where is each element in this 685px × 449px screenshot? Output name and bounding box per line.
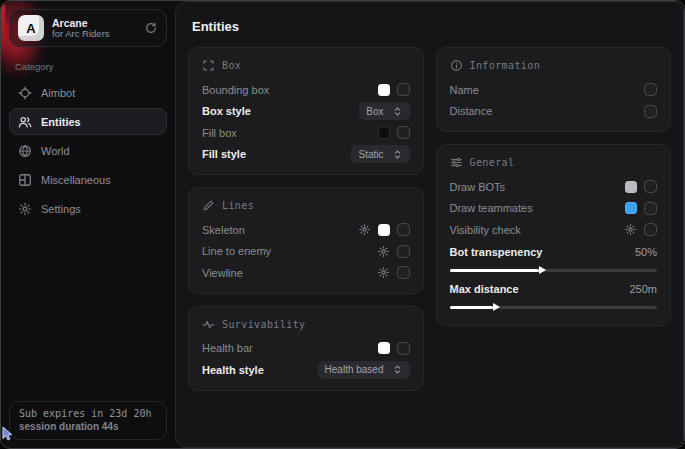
skeleton-color-swatch[interactable] [378, 224, 390, 236]
draw-teammates-color-swatch[interactable] [625, 202, 637, 214]
max-distance-label: Max distance [450, 283, 519, 295]
card-columns: BoxBounding boxBox styleBoxFill boxFill … [188, 47, 671, 391]
sliders-icon [450, 156, 463, 169]
health-bar-color-swatch[interactable] [378, 342, 390, 354]
sidebar: A Arcane for Arc Riders Category AimbotE… [1, 1, 175, 448]
distance-label: Distance [450, 105, 493, 117]
fill-box-color-swatch[interactable] [378, 127, 390, 139]
information-card: InformationNameDistance [436, 47, 672, 132]
card-title: Box [222, 60, 241, 71]
sidebar-nav: AimbotEntitiesWorldMiscellaneousSettings [9, 79, 167, 222]
draw-teammates-checkbox[interactable] [644, 202, 657, 215]
skeleton-label: Skeleton [202, 224, 245, 236]
box-style-label: Box style [202, 105, 251, 117]
max-distance-slider[interactable] [450, 306, 658, 309]
column-1: BoxBounding boxBox styleBoxFill boxFill … [188, 47, 424, 391]
unfold-icon [392, 106, 403, 117]
sub-expiry-text: Sub expires in 23d 20h [19, 408, 157, 419]
name-checkbox[interactable] [644, 83, 657, 96]
sidebar-item-world[interactable]: World [9, 137, 167, 164]
box-card: BoxBounding boxBox styleBoxFill boxFill … [188, 47, 424, 175]
box-card-header: Box [202, 59, 410, 72]
lines-card-header: Lines [202, 199, 410, 212]
draw-bots-color-swatch[interactable] [625, 181, 637, 193]
skeleton-controls [358, 223, 410, 236]
sidebar-item-entities[interactable]: Entities [9, 108, 167, 135]
fill-style-row: Fill styleStatic [202, 144, 410, 166]
main-panel: Entities BoxBounding boxBox styleBoxFill… [175, 1, 684, 448]
max-distance-slider-fill [450, 306, 494, 309]
sidebar-item-aimbot[interactable]: Aimbot [9, 79, 167, 106]
bounding-box-controls [378, 83, 410, 96]
sidebar-item-label: World [41, 145, 70, 157]
line-to-enemy-label: Line to enemy [202, 245, 271, 257]
bot-transpenency-row: Bot transpenency50% [450, 242, 658, 264]
bot-transpenency-slider-group: Bot transpenency50% [450, 242, 658, 272]
brand-subtitle: for Arc Riders [52, 29, 110, 40]
users-icon [18, 115, 32, 129]
panels-icon [18, 173, 32, 187]
sidebar-item-label: Miscellaneous [41, 174, 111, 186]
sidebar-item-settings[interactable]: Settings [9, 195, 167, 222]
viewline-label: Viewline [202, 267, 243, 279]
column-2: InformationNameDistanceGeneralDraw BOTsD… [436, 47, 672, 326]
visibility-check-checkbox[interactable] [644, 223, 657, 236]
box-style-controls: Box [359, 102, 409, 120]
information-card-header: Information [450, 59, 658, 72]
skeleton-checkbox[interactable] [397, 223, 410, 236]
skeleton-settings-icon[interactable] [358, 223, 371, 236]
health-bar-label: Health bar [202, 342, 253, 354]
bounding-box-checkbox[interactable] [397, 83, 410, 96]
draw-bots-checkbox[interactable] [644, 180, 657, 193]
fill-box-controls [378, 126, 410, 139]
max-distance-slider-group: Max distance250m [450, 279, 658, 309]
sidebar-item-label: Aimbot [41, 87, 75, 99]
fill-box-checkbox[interactable] [397, 126, 410, 139]
distance-checkbox[interactable] [644, 105, 657, 118]
lines-card: LinesSkeletonLine to enemyViewline [188, 187, 424, 294]
category-label: Category [15, 61, 161, 72]
card-title: General [470, 157, 515, 168]
unfold-icon [392, 149, 403, 160]
health-style-row: Health styleHealth based [202, 359, 410, 381]
bounding-box-color-swatch[interactable] [378, 84, 390, 96]
fill-box-label: Fill box [202, 127, 237, 139]
max-distance-row: Max distance250m [450, 279, 658, 301]
viewline-settings-icon[interactable] [377, 266, 390, 279]
bot-transpenency-slider[interactable] [450, 269, 658, 272]
sidebar-item-label: Entities [41, 116, 81, 128]
visibility-check-label: Visibility check [450, 224, 521, 236]
sidebar-item-miscellaneous[interactable]: Miscellaneous [9, 166, 167, 193]
health-style-dropdown[interactable]: Health based [318, 361, 410, 379]
name-label: Name [450, 84, 479, 96]
info-icon [450, 59, 463, 72]
viewline-checkbox[interactable] [397, 266, 410, 279]
fill-style-dropdown[interactable]: Static [351, 145, 409, 163]
box-style-dropdown[interactable]: Box [359, 102, 409, 120]
visibility-check-settings-icon[interactable] [624, 223, 637, 236]
health-style-controls: Health based [318, 361, 410, 379]
distance-row: Distance [450, 101, 658, 123]
bot-transpenency-label: Bot transpenency [450, 246, 543, 258]
line-to-enemy-settings-icon[interactable] [377, 245, 390, 258]
health-style-label: Health style [202, 364, 264, 376]
brand-title: Arcane [52, 17, 110, 29]
draw-teammates-row: Draw teammates [450, 198, 658, 220]
card-title: Survivability [222, 319, 305, 330]
line-to-enemy-checkbox[interactable] [397, 245, 410, 258]
card-title: Lines [222, 200, 254, 211]
bot-transpenency-slider-thumb[interactable] [539, 266, 546, 274]
refresh-icon[interactable] [144, 21, 158, 35]
brand-card: A Arcane for Arc Riders [9, 9, 167, 47]
health-bar-checkbox[interactable] [397, 342, 410, 355]
box-corners-icon [202, 59, 215, 72]
draw-bots-label: Draw BOTs [450, 181, 506, 193]
gear-icon [18, 202, 32, 216]
session-duration-text: session duration 44s [19, 421, 157, 432]
max-distance-slider-thumb[interactable] [493, 303, 500, 311]
health-bar-row: Health bar [202, 338, 410, 360]
health-bar-controls [378, 342, 410, 355]
survivability-card: SurvivabilityHealth barHealth styleHealt… [188, 306, 424, 391]
app-window: A Arcane for Arc Riders Category AimbotE… [0, 0, 685, 449]
general-card: GeneralDraw BOTsDraw teammatesVisibility… [436, 144, 672, 326]
